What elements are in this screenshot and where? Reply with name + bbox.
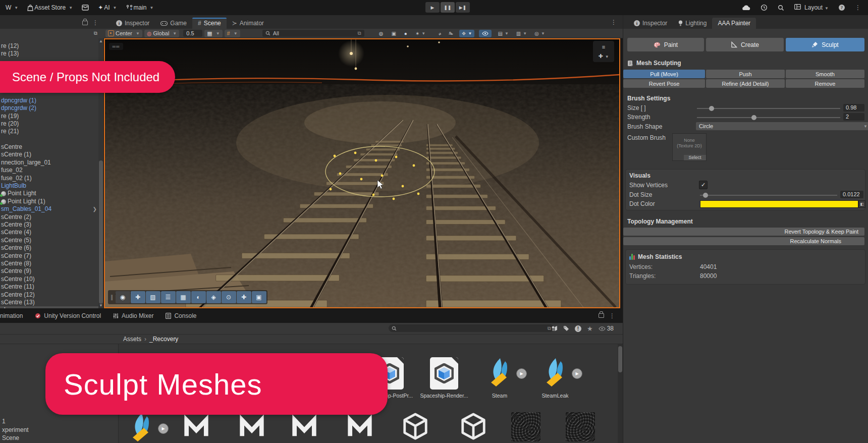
favorite-star-icon[interactable]: ★	[587, 325, 593, 333]
audio-mute-icon[interactable]: ♪	[437, 31, 443, 36]
project-search-input[interactable]: ⧉	[389, 324, 554, 332]
viewport-tool-move-icon[interactable]: ✚	[131, 291, 145, 303]
layout-menu[interactable]: Layout▼	[790, 4, 833, 11]
play-badge-icon[interactable]: ▶	[516, 368, 527, 379]
hierarchy-item[interactable]: sCentre (6)	[0, 244, 99, 252]
scene-search-field[interactable]: All ⧉	[262, 30, 364, 37]
overlay-effects-dropdown[interactable]: ❖▼	[459, 30, 475, 37]
scrollbar-thumb[interactable]	[99, 160, 103, 304]
camera-dropdown[interactable]: ▥▼	[515, 31, 528, 36]
hierarchy-item[interactable]: re (21)	[0, 128, 99, 135]
menu-ai[interactable]: ✦ AI▼	[93, 0, 121, 15]
scene-visibility-icon[interactable]	[479, 30, 492, 37]
overlay-move-tool[interactable]: ✚▼	[593, 51, 614, 61]
help-icon[interactable]: ?	[835, 5, 849, 11]
hierarchy-item[interactable]	[0, 136, 99, 143]
asset-item[interactable]: ▶SteamLeak	[529, 357, 581, 399]
hierarchy-item[interactable]: sCentre (11)	[0, 283, 99, 291]
hierarchy-item[interactable]: sCentre (1)	[0, 151, 99, 158]
revert-topology-button[interactable]: Revert Topology & Keep Paint	[623, 228, 864, 236]
effects-dropdown[interactable]: ✶▼	[414, 31, 427, 36]
render-doc-icon[interactable]: ◍	[377, 31, 385, 36]
recalculate-normals-button[interactable]: Recalculate Normals	[623, 237, 864, 245]
visibility-count[interactable]: 38	[599, 325, 614, 332]
hierarchy-item[interactable]: fuse_02	[0, 167, 99, 174]
overlay-drag-handle[interactable]: ══	[109, 43, 123, 50]
tab-inspector-right[interactable]: iInspector	[628, 18, 673, 29]
tab-inspector[interactable]: iInspector	[111, 18, 155, 29]
asset-item[interactable]	[554, 412, 607, 443]
breadcrumb-current[interactable]: _Recovery	[149, 336, 178, 343]
orientation-dropdown[interactable]: ◍Global▼	[144, 30, 179, 37]
play-badge-icon[interactable]: ▶	[158, 423, 169, 434]
tab-console[interactable]: Console	[159, 308, 202, 323]
search-icon[interactable]	[774, 5, 788, 11]
strength-value[interactable]: 2	[843, 113, 864, 121]
tab-scene[interactable]: #Scene	[192, 18, 227, 29]
lock-icon[interactable]	[82, 21, 88, 25]
sphere-toggle-icon[interactable]: ●	[403, 31, 409, 36]
custom-brush-object-field[interactable]: None(Texture 2D) Select	[672, 133, 707, 161]
hierarchy-item[interactable]: Point Light	[0, 190, 99, 197]
strength-slider[interactable]	[697, 117, 840, 118]
kebab-icon[interactable]: ⋮	[611, 19, 623, 26]
play-button[interactable]: ▶	[425, 2, 440, 13]
overlay-menu-icon[interactable]: ≡	[593, 42, 614, 51]
viewport-tool-pivot-icon[interactable]: ✚	[237, 291, 251, 303]
hierarchy-item[interactable]: sCentre (9)	[0, 267, 99, 275]
paint-mode-button[interactable]: Paint	[627, 38, 704, 51]
breadcrumb-root[interactable]: Assets	[123, 336, 141, 343]
hierarchy-item[interactable]: sCentre (2)	[0, 213, 99, 221]
asset-item[interactable]: Spaceship-Render...	[418, 357, 470, 399]
popout-icon[interactable]: ⧉	[94, 30, 97, 36]
tab-animation[interactable]: nimation	[0, 308, 29, 323]
dot-color-swatch[interactable]	[700, 200, 858, 208]
viewport-tool-wireframe-icon[interactable]: ▦	[176, 291, 191, 303]
viewport-tool-zoom-icon[interactable]: ⊙	[222, 291, 236, 303]
project-scrollbar[interactable]	[618, 344, 623, 443]
sculpt-tool-pull[interactable]: Pull (Move)	[623, 70, 705, 78]
tab-unity-version-control[interactable]: Unity Version Control	[29, 308, 107, 323]
label-tag-icon[interactable]	[563, 325, 569, 331]
hierarchy-item[interactable]: dpncgrdw (2)	[0, 104, 99, 112]
menu-branch[interactable]: main▼	[122, 0, 158, 15]
hierarchy-item[interactable]: nnection_large_01	[0, 159, 99, 167]
kebab-icon[interactable]: ⋮	[609, 312, 615, 319]
sculpt-tool-push[interactable]: Push	[706, 70, 785, 78]
asset-bundle-icon[interactable]	[551, 325, 558, 331]
asset-item[interactable]: ▶Steam	[473, 357, 526, 399]
zoom-field[interactable]: 0.5	[183, 30, 202, 37]
folder-item[interactable]: Scene	[2, 434, 19, 441]
sculpt-tool-remove[interactable]: Remove	[786, 79, 864, 88]
hierarchy-item[interactable]: sCentre (10)	[0, 275, 99, 283]
step-button[interactable]: ▶❚	[456, 2, 470, 13]
pivot-mode-dropdown[interactable]: Center▼	[105, 30, 142, 37]
grid-snap-dropdown[interactable]: ▦▼	[204, 30, 222, 37]
sculpt-mode-button[interactable]: Sculpt	[786, 38, 864, 51]
hierarchy-item[interactable]: re (20)	[0, 120, 99, 128]
layers-dropdown[interactable]: ▤▼	[496, 31, 510, 36]
size-value[interactable]: 0.98	[843, 104, 864, 112]
viewport-tool-properties-icon[interactable]: ☰	[161, 291, 176, 303]
hierarchy-item[interactable]: Point Light (1)	[0, 198, 99, 205]
asset-item[interactable]	[170, 412, 223, 443]
hierarchy-item[interactable]: dpncgrdw (1)	[0, 97, 99, 104]
sculpt-tool-smooth[interactable]: Smooth	[786, 70, 864, 78]
viewport-tool-sphere-icon[interactable]: ◐	[191, 291, 206, 303]
camera-icon[interactable]: ▣	[390, 31, 397, 36]
toolbar-grip[interactable]: ∥	[109, 294, 115, 301]
hierarchy-item[interactable]: sm_Cables_01_04❯	[0, 205, 99, 213]
menu-asset-store[interactable]: Asset Store▼	[23, 0, 77, 15]
hierarchy-item[interactable]: sCentre (7)	[0, 252, 99, 260]
object-select-button[interactable]: Select	[684, 155, 706, 160]
sculpt-tool-refine[interactable]: Refine (Add Detail)	[706, 79, 785, 88]
create-mode-button[interactable]: Create	[706, 38, 784, 51]
hierarchy-item[interactable]: LightBulb	[0, 182, 99, 190]
hierarchy-item[interactable]: sCentre (5)	[0, 237, 99, 244]
play-badge-icon[interactable]: ▶	[572, 368, 582, 379]
hierarchy-item[interactable]: sCentre (12)	[0, 291, 99, 299]
hierarchy-item[interactable]: fuse_02 (1)	[0, 175, 99, 182]
hierarchy-item[interactable]: sCentre (3)	[0, 221, 99, 229]
sculpt-tool-revert-pose[interactable]: Revert Pose	[623, 79, 705, 88]
hierarchy-item[interactable]: sCentre	[0, 143, 99, 151]
